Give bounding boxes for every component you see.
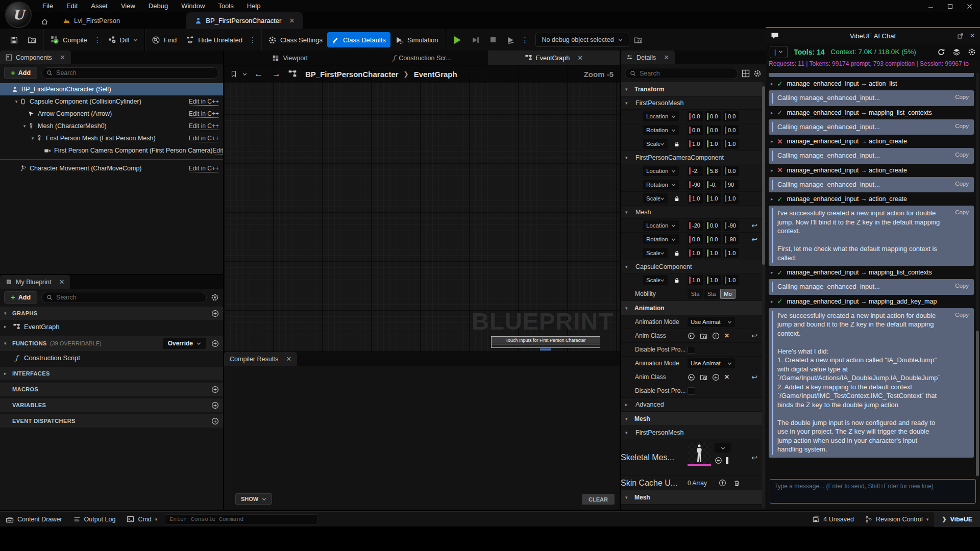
animation-mode-dropdown[interactable]: Use Animat (688, 358, 735, 368)
close-icon[interactable]: ✕ (286, 355, 291, 363)
axis-value-field[interactable]: 0.0 (705, 111, 721, 121)
lock-icon[interactable] (674, 277, 680, 284)
tree-item[interactable]: ▾Capsule Component (CollisionCylinder)Ed… (0, 95, 223, 108)
axis-value-field[interactable]: -90 (723, 220, 739, 231)
blueprint-item-eventgraph[interactable]: ▸EventGraph (0, 320, 223, 333)
axis-value-field[interactable]: 1.0 (705, 139, 721, 149)
scale-dropdown[interactable]: Scale (643, 193, 668, 204)
maximize-button[interactable] (944, 2, 955, 11)
settings-gear-icon[interactable] (211, 293, 219, 302)
location-dropdown[interactable]: Location (643, 111, 679, 121)
group-capsulecomponent[interactable]: ▾CapsuleComponent (621, 260, 763, 273)
add-circle-icon[interactable] (211, 402, 219, 409)
axis-value-field[interactable]: 1.0 (723, 139, 739, 149)
axis-value-field[interactable]: 0.0 (705, 125, 721, 135)
close-icon[interactable]: ✕ (289, 17, 295, 24)
group-mesh[interactable]: ▾Mesh (621, 206, 763, 219)
disable-post-process-checkbox[interactable] (688, 387, 695, 395)
eject-button[interactable] (502, 32, 520, 47)
clear-button[interactable]: CLEAR (582, 494, 615, 505)
expander-icon[interactable]: ▾ (625, 264, 628, 269)
expander-icon[interactable]: ▾ (625, 101, 628, 106)
add-component-button[interactable]: +Add (4, 67, 37, 79)
expander-icon[interactable]: ▾ (625, 210, 628, 215)
asset-bar-icon[interactable] (726, 457, 728, 464)
use-selected-icon[interactable] (688, 373, 695, 381)
copy-button[interactable]: Copy (955, 123, 969, 129)
close-icon[interactable]: ✕ (970, 33, 975, 39)
tool-call-row[interactable]: ▸✕manage_enhanced_input → action_create (769, 165, 974, 176)
section-macros[interactable]: MACROS (0, 383, 223, 396)
tree-item[interactable]: BP_FirstPersonCharacter (Self) (0, 83, 223, 95)
tool-call-row[interactable]: ▸✓manage_enhanced_input → mapping_add_ke… (769, 296, 974, 307)
edit-in-cpp-link[interactable]: Edit in C++ (189, 135, 219, 142)
details-search-input[interactable] (640, 70, 733, 77)
tree-item[interactable]: ▾First Person Mesh (First Person Mesh)Ed… (0, 132, 223, 144)
browse-debug-button[interactable] (629, 32, 647, 47)
tab-level[interactable]: Lvl_FirstPerson (56, 12, 127, 29)
expander-icon[interactable]: ▾ (625, 430, 628, 435)
group-firstpersonmesh[interactable]: ▾FirstPersonMesh (621, 96, 763, 110)
edit-in-cpp-link[interactable]: Edit in C++ (189, 165, 219, 172)
chat-scroll-thumb[interactable] (976, 331, 979, 476)
tab-construction-scr-[interactable]: ƒConstruction Scr... (356, 51, 487, 65)
unsaved-button[interactable]: 4 Unsaved (806, 512, 860, 527)
use-selected-icon[interactable] (715, 457, 722, 464)
details-scrollbar[interactable] (762, 83, 765, 508)
stop-button[interactable] (484, 32, 502, 47)
axis-value-field[interactable]: 0.0 (688, 125, 703, 135)
add-circle-icon[interactable] (719, 479, 726, 487)
refresh-icon[interactable] (937, 48, 945, 56)
my-blueprint-search-input[interactable] (56, 294, 202, 301)
add-circle-icon[interactable] (712, 373, 720, 381)
close-icon[interactable]: ✕ (60, 54, 65, 61)
menu-edit[interactable]: Edit (60, 0, 84, 12)
expander-icon[interactable]: ▸ (771, 168, 773, 173)
axis-value-field[interactable]: 0.0 (723, 125, 739, 135)
expander-icon[interactable]: ▸ (771, 270, 773, 275)
expander-icon[interactable]: ▸ (625, 402, 628, 407)
axis-value-field[interactable]: -90 (688, 180, 703, 190)
skeletal-mesh-dropdown[interactable] (715, 443, 731, 453)
group-advanced[interactable]: ▸Advanced (621, 398, 763, 412)
vibeue-tab-button[interactable]: ❯ VibeUE (934, 512, 980, 527)
lock-icon[interactable] (674, 141, 680, 147)
tool-call-row[interactable]: ▸✓manage_enhanced_input → action_create (769, 194, 974, 204)
axis-value-field[interactable]: 1.0 (688, 248, 703, 258)
axis-value-field[interactable]: 1.0 (688, 275, 703, 285)
add-blueprint-item-button[interactable]: +Add (4, 291, 37, 304)
add-circle-icon[interactable] (211, 310, 219, 317)
axis-value-field[interactable]: 0.0 (705, 220, 721, 231)
menu-window[interactable]: Window (175, 0, 211, 12)
expander-icon[interactable]: ▾ (625, 306, 628, 311)
play-button[interactable] (448, 32, 467, 47)
section-interfaces[interactable]: ▸INTERFACES (0, 367, 223, 380)
debug-object-dropdown[interactable]: No debug object selected (535, 33, 629, 47)
use-selected-icon[interactable] (688, 332, 695, 340)
expander-icon[interactable]: ▾ (625, 87, 628, 92)
reset-to-default-icon[interactable]: ↩ (751, 373, 757, 381)
model-selector[interactable]: | (770, 46, 788, 58)
category-transform[interactable]: ▾Transform (621, 82, 763, 96)
touch-inputs-node[interactable]: Touch Inputs for First Person Character (491, 336, 600, 350)
reset-to-default-icon[interactable]: ↩ (751, 235, 757, 243)
breadcrumb-blueprint[interactable]: BP_FirstPersonCharacter (305, 70, 399, 79)
tab-compiler-results[interactable]: Compiler Results ✕ (224, 352, 297, 366)
tree-item[interactable]: First Person Camera Component (First Per… (0, 144, 223, 157)
edit-in-cpp-link[interactable]: Edit in C++ (213, 147, 223, 155)
show-filter-button[interactable]: SHOW (235, 493, 272, 505)
rotation-dropdown[interactable]: Rotation (643, 180, 679, 190)
tree-item[interactable]: Arrow Component (Arrow)Edit in C++ (0, 108, 223, 120)
expander-icon[interactable]: ▾ (13, 99, 19, 104)
section-graphs[interactable]: ▾GRAPHS (0, 307, 223, 320)
axis-value-field[interactable]: 1.0 (688, 139, 703, 149)
tab-viewport[interactable]: Viewport (224, 51, 356, 65)
save-button[interactable] (5, 32, 23, 47)
section-variables[interactable]: VARIABLES (0, 398, 223, 412)
expander-icon[interactable]: ▸ (771, 139, 773, 144)
revision-control-button[interactable]: Revision Control ▾ (860, 512, 934, 527)
tab-components[interactable]: Components ✕ (0, 51, 71, 64)
expander-icon[interactable]: ▾ (625, 495, 628, 500)
simulation-button[interactable]: Simulation (390, 32, 443, 47)
clear-asset-icon[interactable]: ✕ (724, 332, 729, 339)
